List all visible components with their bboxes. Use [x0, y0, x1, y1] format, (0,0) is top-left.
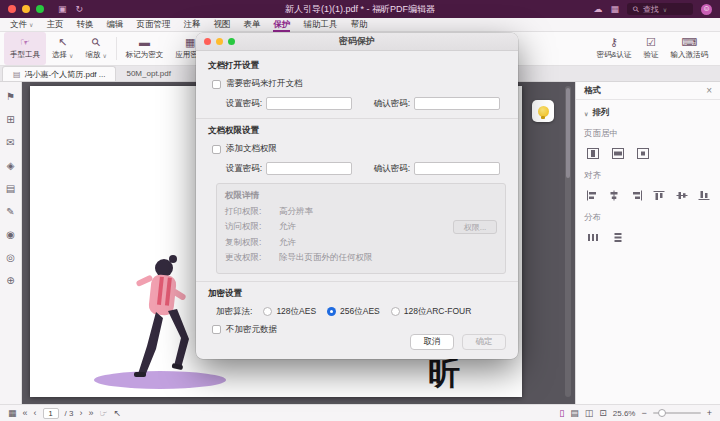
- select-tool-button[interactable]: ↖ 选择∨: [46, 32, 79, 65]
- zoom-slider[interactable]: [653, 412, 701, 414]
- add-permission-label: 添加文档权限: [226, 143, 277, 155]
- align-center-horizontal-icon[interactable]: [607, 187, 623, 203]
- radio-128-arcfour[interactable]: 128位ARC-FOUR: [391, 306, 472, 318]
- destinations-icon[interactable]: ◎: [6, 253, 15, 263]
- center-horizontal-icon[interactable]: [584, 145, 602, 161]
- layers-icon[interactable]: ◈: [7, 161, 15, 171]
- dialog-close-button[interactable]: [204, 38, 211, 45]
- validate-button[interactable]: ☑ 验证: [638, 32, 665, 65]
- hand-tool-button[interactable]: ☞ 手型工具: [4, 32, 46, 65]
- dialog-minimize-button[interactable]: [216, 38, 223, 45]
- align-left-icon[interactable]: [584, 187, 600, 203]
- add-permission-checkbox[interactable]: [212, 145, 221, 154]
- cloud-icon[interactable]: ☁: [593, 4, 602, 14]
- mark-redaction-button[interactable]: ▬ 标记为密文: [120, 32, 170, 65]
- menu-convert[interactable]: 转换: [76, 18, 93, 32]
- facing-view-icon[interactable]: ◫: [585, 409, 594, 418]
- refresh-icon[interactable]: ↻: [76, 4, 84, 14]
- maximize-window-button[interactable]: [36, 5, 44, 13]
- no-metadata-encrypt-label: 不加密元数据: [226, 324, 277, 336]
- continuous-view-icon[interactable]: ▤: [570, 409, 579, 418]
- file-icon: ▤: [13, 70, 21, 79]
- zoom-icon: ⚲: [89, 36, 102, 49]
- page-number-input[interactable]: 1: [43, 408, 59, 419]
- document-scrollbar[interactable]: [565, 86, 571, 397]
- require-open-password-checkbox[interactable]: [212, 80, 221, 89]
- minimize-window-button[interactable]: [22, 5, 30, 13]
- radio-128-aes[interactable]: 128位AES: [263, 306, 316, 318]
- menu-view[interactable]: 视图: [213, 18, 230, 32]
- window-layout-icon[interactable]: ▣: [58, 4, 67, 14]
- single-page-view-icon[interactable]: ▯: [559, 409, 564, 418]
- activation-code-button[interactable]: ⌨ 输入激活码: [665, 32, 715, 65]
- hand-tool-status-icon[interactable]: ☞: [99, 409, 107, 418]
- permission-detail-button[interactable]: 权限...: [453, 220, 497, 234]
- attachments-icon[interactable]: ✉: [6, 138, 14, 148]
- perm-set-password-input[interactable]: [266, 162, 352, 175]
- share-icon[interactable]: ⊕: [6, 276, 14, 286]
- menu-comment[interactable]: 注释: [183, 18, 200, 32]
- signature-icon[interactable]: ✎: [6, 207, 14, 217]
- perm-confirm-password-input[interactable]: [414, 162, 500, 175]
- dialog-maximize-button[interactable]: [228, 38, 235, 45]
- radio-256-aes[interactable]: 256位AES: [327, 306, 380, 318]
- page-center-label: 页面居中: [576, 122, 720, 142]
- align-top-icon[interactable]: [652, 187, 668, 203]
- no-metadata-encrypt-checkbox[interactable]: [212, 325, 221, 334]
- key-icon: ⚷: [610, 37, 618, 48]
- ok-button[interactable]: 确定: [462, 334, 506, 350]
- menu-home[interactable]: 主页: [46, 18, 63, 32]
- center-vertical-icon[interactable]: [609, 145, 627, 161]
- open-confirm-password-input[interactable]: [414, 97, 500, 110]
- previous-page-button[interactable]: ‹: [34, 409, 37, 418]
- stamp-icon[interactable]: ◉: [6, 230, 15, 240]
- last-page-button[interactable]: »: [88, 409, 93, 418]
- permission-row-copy: 复制权限: 允许: [225, 237, 497, 249]
- zoom-in-button[interactable]: +: [707, 409, 712, 418]
- cancel-button[interactable]: 取消: [410, 334, 454, 350]
- select-tool-status-icon[interactable]: ↖: [114, 409, 122, 418]
- next-page-button[interactable]: ›: [79, 409, 82, 418]
- menu-page-management[interactable]: 页面管理: [136, 18, 170, 32]
- open-set-password-label: 设置密码:: [216, 98, 262, 110]
- menu-edit[interactable]: 编辑: [106, 18, 123, 32]
- document-tab-50m[interactable]: 50M_opt.pdf: [116, 66, 180, 81]
- apps-grid-icon[interactable]: ▦: [610, 4, 619, 14]
- align-middle-icon[interactable]: [674, 187, 690, 203]
- close-window-button[interactable]: [8, 5, 16, 13]
- distribute-horizontal-icon[interactable]: [584, 229, 602, 245]
- mark-redaction-label: 标记为密文: [126, 50, 164, 60]
- menu-file[interactable]: 文件∨: [10, 18, 33, 32]
- zoom-tool-button[interactable]: ⚲ 缩放∨: [79, 32, 112, 65]
- align-right-icon[interactable]: [629, 187, 645, 203]
- page-thumbnails-icon[interactable]: ⊞: [6, 115, 14, 125]
- menu-form[interactable]: 表单: [243, 18, 260, 32]
- arrange-section-header[interactable]: ∨ 排列: [576, 100, 720, 122]
- comments-icon[interactable]: ▤: [6, 184, 15, 194]
- zoom-slider-thumb[interactable]: [658, 409, 666, 417]
- distribute-vertical-icon[interactable]: [609, 229, 627, 245]
- menu-accessibility[interactable]: 辅助工具: [303, 18, 337, 32]
- bookmark-icon[interactable]: ⚑: [6, 92, 15, 102]
- assistant-tip-button[interactable]: [532, 100, 554, 122]
- search-input[interactable]: ⚲ 查找 ∨: [627, 3, 693, 15]
- close-icon[interactable]: ×: [706, 85, 712, 96]
- center-both-icon[interactable]: [634, 145, 652, 161]
- account-avatar[interactable]: ☺: [701, 4, 712, 15]
- first-page-button[interactable]: «: [23, 409, 28, 418]
- fit-page-view-icon[interactable]: ⊡: [599, 409, 607, 418]
- menu-protect[interactable]: 保护: [273, 18, 290, 32]
- require-open-password-label: 需要密码来打开文档: [226, 78, 303, 90]
- format-panel-title: 格式: [584, 85, 601, 97]
- page-grid-icon[interactable]: ▦: [8, 409, 17, 418]
- menu-help[interactable]: 帮助: [350, 18, 367, 32]
- zoom-out-button[interactable]: −: [641, 409, 646, 418]
- search-caret-icon: ∨: [663, 6, 667, 13]
- permission-settings-heading: 文档权限设置: [208, 125, 506, 137]
- open-set-password-input[interactable]: [266, 97, 352, 110]
- search-icon: ⚲: [631, 4, 642, 15]
- document-tab-resume[interactable]: ▤ 冯小惠-个人简历.pdf ...: [2, 66, 116, 81]
- align-bottom-icon[interactable]: [697, 187, 713, 203]
- password-cert-button[interactable]: ⚷ 密码&认证: [590, 32, 637, 65]
- scrollbar-thumb[interactable]: [566, 88, 570, 178]
